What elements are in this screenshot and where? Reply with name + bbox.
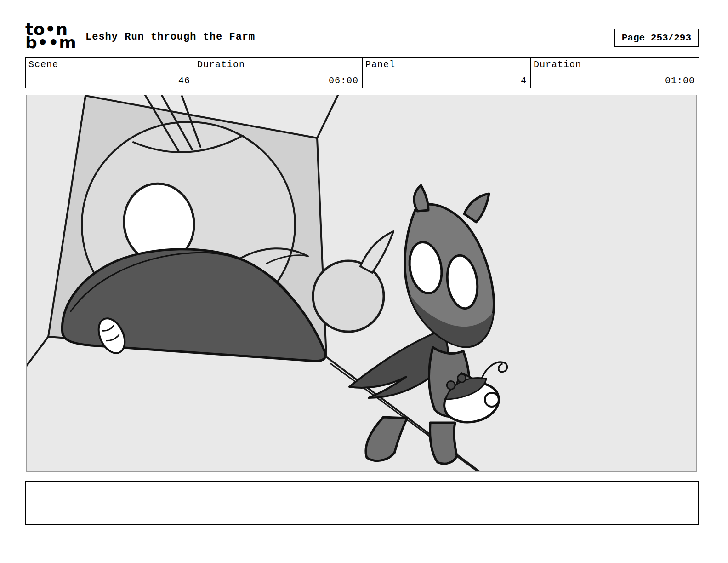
panel-duration-label: Duration [534,59,581,70]
panel-cell: Panel 4 [362,58,530,88]
scene-value: 46 [178,75,190,86]
scene-label: Scene [28,59,58,70]
sprout-horn [360,231,393,273]
right-ear [464,194,489,222]
storyboard-panel-frame [23,92,700,475]
character-hand [485,393,499,407]
storyboard-panel-image [26,95,697,472]
panel-value: 4 [521,75,527,86]
scene-duration-cell: Duration 06:00 [194,58,362,88]
caption-box [25,481,699,525]
toonboom-logo: to•n b••m [25,23,76,50]
seed-ball [313,231,393,332]
panel-duration-value: 01:00 [665,75,695,86]
scene-duration-value: 06:00 [329,75,358,86]
character-left-leg [366,417,407,461]
character-right-leg [430,423,457,464]
scene-duration-label: Duration [197,59,245,70]
storyboard-drawing [27,95,696,471]
left-ear [414,185,428,211]
toonboom-logo-line2: b••m [25,36,76,50]
mouse-tail [479,361,508,379]
panel-label: Panel [365,59,395,70]
scene-cell: Scene 46 [26,58,194,88]
storyboard-title: Leshy Run through the Farm [85,31,255,43]
page-number-badge: Page 253/293 [614,29,699,47]
panel-info-table: Scene 46 Duration 06:00 Panel 4 Duration… [25,57,699,88]
panel-duration-cell: Duration 01:00 [530,58,699,88]
